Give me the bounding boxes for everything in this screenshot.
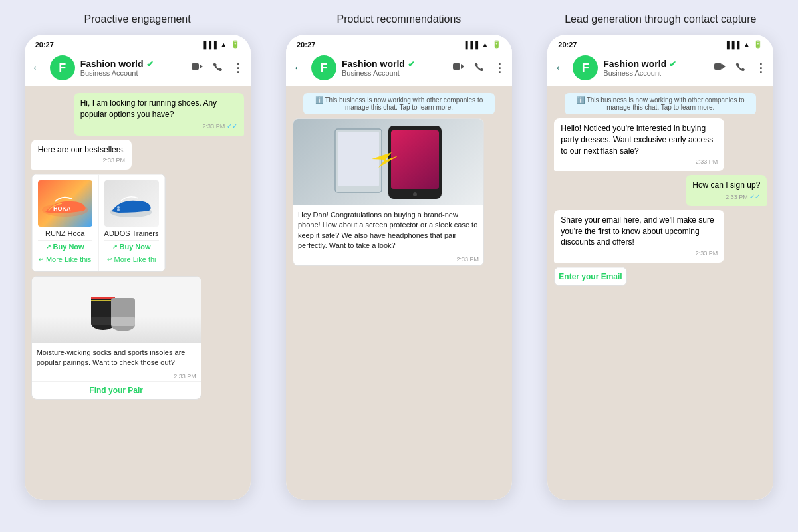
contact-info-3: Fashion world ✔ Business Account (603, 59, 709, 77)
chat-area-1[interactable]: Hi, I am looking for running shoes. Any … (25, 86, 251, 500)
back-button-3[interactable]: ← (554, 61, 566, 75)
socks-image (32, 277, 201, 343)
phone-product-rec: 20:27 ▐▐▐ ▲ 🔋 ← F Fashion world ✔ Busine… (286, 35, 512, 500)
enter-email-btn[interactable]: Enter your Email (555, 267, 626, 285)
status-icons-2: ▐▐▐ ▲ 🔋 (463, 40, 501, 49)
time-2: 20:27 (297, 41, 315, 49)
svg-rect-21 (391, 130, 439, 189)
msg-received-3: Hello! Noticed you're interested in buyi… (554, 118, 724, 171)
verified-badge-1: ✔ (146, 59, 154, 69)
phone-icon-1[interactable] (213, 62, 223, 74)
phone-lead-gen: 20:27 ▐▐▐ ▲ 🔋 ← F Fashion world ✔ Busine… (547, 35, 773, 500)
buy-btn-0[interactable]: ↗ Buy Now (38, 240, 92, 253)
avatar-2: F (311, 55, 336, 80)
phone-product-text: Hey Dan! Congratulations on buying a bra… (293, 205, 483, 256)
svg-rect-24 (714, 63, 722, 70)
avatar-3: F (573, 55, 598, 80)
contact-sub-3: Business Account (603, 69, 709, 77)
contact-name-1: Fashion world ✔ (80, 59, 186, 69)
svg-marker-16 (461, 64, 464, 69)
socks-card: Moisture-wicking socks and sports insole… (31, 276, 201, 400)
product-name-1: ADDOS Trainers (104, 229, 159, 237)
product-cell-0: HOKA RUNZ Hoca ↗ Buy Now ↩ More Like thi… (32, 174, 98, 271)
wifi-icon-3: ▲ (743, 41, 750, 49)
phone-icon-2[interactable] (474, 62, 484, 74)
battery-icon-2: 🔋 (492, 40, 501, 49)
phone-time: 2:33 PM (293, 256, 483, 265)
column-proactive: Proactive engagement 20:27 ▐▐▐ ▲ 🔋 ← F F… (7, 13, 268, 500)
info-banner-2[interactable]: ℹ️ This business is now working with oth… (303, 93, 495, 114)
status-icons-1: ▐▐▐ ▲ 🔋 (201, 40, 239, 49)
header-icons-3: ⋮ (714, 61, 767, 75)
more-icon-1[interactable]: ⋮ (232, 61, 244, 75)
header-icons-1: ⋮ (192, 61, 244, 75)
msg-received-3b: Share your email here, and we'll make su… (554, 210, 724, 263)
contact-info-2: Fashion world ✔ Business Account (342, 59, 448, 77)
status-icons-3: ▐▐▐ ▲ 🔋 (724, 40, 763, 49)
product-cards-1: HOKA RUNZ Hoca ↗ Buy Now ↩ More Like thi… (31, 174, 166, 272)
svg-rect-15 (453, 63, 460, 70)
chat-area-3[interactable]: ℹ️ This business is now working with oth… (547, 86, 773, 500)
svg-rect-14 (111, 317, 135, 326)
wa-header-2: ← F Fashion world ✔ Business Account ⋮ (286, 51, 512, 86)
phone-icon-3[interactable] (735, 62, 745, 74)
column-title-proactive: Proactive engagement (84, 13, 191, 25)
video-icon-2[interactable] (453, 62, 465, 74)
msg-time-1: 2:33 PM ✓✓ (80, 122, 237, 131)
product-cell-1: ADDOS Trainers ↗ Buy Now ↩ More Like thi (98, 174, 165, 271)
contact-info-1: Fashion world ✔ Business Account (80, 59, 186, 77)
column-product-rec: Product recommendations 20:27 ▐▐▐ ▲ 🔋 ← … (268, 13, 529, 500)
email-card: Enter your Email (554, 267, 626, 286)
svg-point-5 (117, 206, 120, 209)
column-title-product-rec: Product recommendations (337, 13, 462, 25)
verified-badge-3: ✔ (669, 59, 676, 69)
contact-sub-1: Business Account (80, 69, 186, 77)
buy-btn-1[interactable]: ↗ Buy Now (104, 240, 159, 253)
column-lead-gen: Lead generation through contact capture … (530, 13, 791, 500)
more-icon-2[interactable]: ⋮ (493, 61, 505, 75)
header-icons-2: ⋮ (453, 61, 505, 75)
column-title-lead-gen: Lead generation through contact capture (565, 13, 756, 25)
more-like-1[interactable]: ↩ More Like thi (107, 253, 156, 265)
contact-sub-2: Business Account (342, 69, 448, 77)
find-pair-btn[interactable]: Find your Pair (32, 381, 201, 399)
socks-text: Moisture-wicking socks and sports insole… (32, 343, 201, 373)
link-icon-0: ↗ (46, 243, 51, 250)
verified-badge-2: ✔ (408, 59, 415, 69)
phone-product-image (293, 119, 483, 205)
product-grid-1: HOKA RUNZ Hoca ↗ Buy Now ↩ More Like thi… (32, 174, 165, 271)
contact-name-3: Fashion world ✔ (603, 59, 709, 69)
svg-marker-1 (200, 64, 203, 69)
back-button-1[interactable]: ← (31, 61, 43, 75)
product-name-0: RUNZ Hoca (45, 229, 84, 237)
link-icon-1: ↗ (112, 243, 118, 250)
svg-text:HOKA: HOKA (53, 205, 71, 212)
battery-icon-3: 🔋 (753, 40, 763, 49)
wa-header-1: ← F Fashion world ✔ Business Account ⋮ (25, 51, 251, 86)
signal-icon-3: ▐▐▐ (724, 41, 739, 49)
video-icon-1[interactable] (192, 62, 203, 74)
status-bar-2: 20:27 ▐▐▐ ▲ 🔋 (286, 35, 512, 51)
video-icon-3[interactable] (714, 62, 726, 74)
svg-point-6 (117, 209, 120, 211)
wifi-icon: ▲ (220, 41, 227, 49)
reply-icon-1: ↩ (107, 256, 112, 263)
signal-icon: ▐▐▐ (201, 41, 216, 49)
phone-proactive: 20:27 ▐▐▐ ▲ 🔋 ← F Fashion world ✔ Busine… (25, 35, 251, 500)
shoe2-image (104, 180, 159, 227)
avatar-1: F (50, 55, 75, 80)
svg-marker-25 (722, 64, 726, 69)
wifi-icon-2: ▲ (481, 41, 489, 49)
chat-area-2[interactable]: ℹ️ This business is now working with oth… (286, 86, 512, 500)
phone-product-card: Hey Dan! Congratulations on buying a bra… (293, 118, 484, 266)
msg-sent-1: Hi, I am looking for running shoes. Any … (74, 93, 244, 136)
info-banner-3[interactable]: ℹ️ This business is now working with oth… (565, 93, 756, 114)
more-like-0[interactable]: ↩ More Like this (39, 253, 91, 265)
msg-sent-3: How can I sign up? 2:33 PM ✓✓ (686, 175, 767, 206)
status-bar-3: 20:27 ▐▐▐ ▲ 🔋 (547, 35, 773, 51)
msg-time-3: 2:33 PM ✓✓ (692, 192, 760, 201)
back-button-2[interactable]: ← (293, 61, 305, 75)
battery-icon: 🔋 (231, 40, 240, 49)
time-1: 20:27 (35, 41, 54, 49)
more-icon-3[interactable]: ⋮ (755, 61, 767, 75)
